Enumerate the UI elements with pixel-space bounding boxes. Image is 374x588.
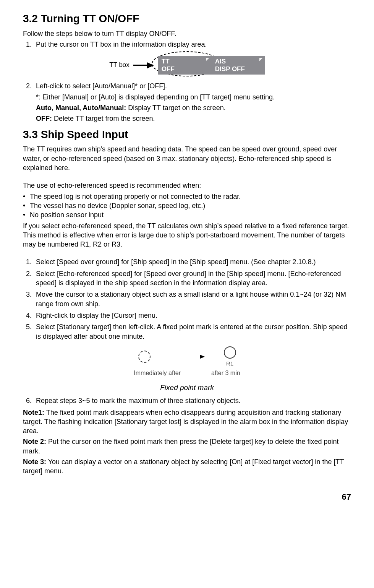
sec32-auto-line: Auto, Manual, Auto/Manual: Display TT ta… (36, 103, 351, 112)
fig2-caption: Fixed point mark (23, 383, 351, 393)
tt-box-label: TT box (109, 61, 130, 70)
auto-label: Auto, Manual, Auto/Manual: (36, 104, 126, 112)
fig2-left-label: Immediately after (134, 369, 181, 377)
r1-label: R1 (224, 360, 236, 367)
r1-circle-group: R1 (224, 346, 236, 367)
sec33-step1: Select [Speed over ground] for [Ship spe… (34, 257, 351, 266)
dashed-circle-icon (138, 351, 151, 363)
note2-text: Put the cursor on the fixed point mark t… (23, 438, 338, 455)
thin-arrow-icon (170, 355, 205, 359)
sec33-step2: Select [Echo-referenced speed] for [Spee… (34, 269, 351, 288)
sec32-step1: Put the cursor on TT box in the informat… (34, 40, 351, 49)
off-text: Delete TT target from the screen. (52, 115, 155, 122)
note2: Note 2: Put the cursor on the fixed poin… (23, 437, 351, 456)
page-number: 67 (23, 491, 351, 503)
sec33-bullet1: The speed log is not operating properly … (23, 192, 351, 201)
solid-circle-icon (224, 346, 236, 359)
sec32-step2-note: *: Either [Manual] or [Auto] is displaye… (36, 93, 351, 102)
ais-line1: AIS (215, 58, 261, 65)
sec33-p1: The TT requires own ship’s speed and hea… (23, 145, 351, 172)
sec32-off-line: OFF: Delete TT target from the screen. (36, 114, 351, 123)
note1: Note1: The fixed point mark disappears w… (23, 408, 351, 436)
sec33-step4: Right-click to display the [Cursor] menu… (34, 311, 351, 320)
sec33-step6: Repeat steps 3~5 to mark the maximum of … (34, 396, 351, 405)
arrow-right-icon (133, 62, 154, 68)
note1-label: Note1: (23, 409, 44, 416)
tt-box-figure: TT box TT OFF AIS DISP OFF (23, 56, 351, 75)
note3: Note 3: You can display a vector on a st… (23, 457, 351, 476)
sec33-step5: Select [Stationary target] then left-cli… (34, 322, 351, 341)
corner-icon (206, 58, 209, 61)
off-label: OFF: (36, 115, 52, 122)
sec33-step3: Move the cursor to a stationary object s… (34, 290, 351, 309)
section-3-3-heading: 3.3 Ship Speed Input (23, 127, 351, 142)
ais-status-box: AIS DISP OFF (211, 56, 265, 75)
tt-line2: OFF (162, 65, 207, 73)
sec33-bullet3: No position sensor input (23, 210, 351, 219)
section-3-2-heading: 3.2 Turning TT ON/OFF (23, 11, 351, 26)
note3-label: Note 3: (23, 458, 46, 466)
sec32-step2-text: Left-click to select [Auto/Manual]* or [… (36, 82, 167, 90)
fixed-point-figure: R1 Immediately after after 3 min (23, 346, 351, 377)
tt-line1: TT (162, 58, 207, 65)
fig2-right-label: after 3 min (211, 369, 240, 377)
sec33-p3: If you select echo-referenced speed, the… (23, 221, 351, 249)
ais-line2: DISP OFF (215, 65, 261, 73)
sec32-step2: Left-click to select [Auto/Manual]* or [… (34, 81, 351, 123)
sec33-bullet2: The vessel has no device (Doppler sonar,… (23, 201, 351, 210)
status-boxes: TT OFF AIS DISP OFF (158, 56, 265, 75)
sec32-intro: Follow the steps below to turn TT displa… (23, 29, 351, 38)
corner-icon (259, 58, 262, 61)
sec33-p2: The use of echo-referenced speed is reco… (23, 181, 351, 190)
note3-text: You can display a vector on a stationary… (23, 458, 344, 475)
tt-status-box: TT OFF (158, 56, 211, 75)
auto-text: Display TT target on the screen. (126, 104, 225, 112)
note2-label: Note 2: (23, 438, 46, 445)
note1-text: The fixed point mark disappears when ech… (23, 409, 348, 435)
